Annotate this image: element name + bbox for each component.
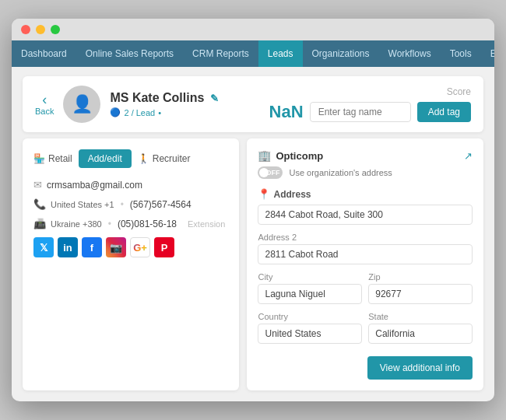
right-panel: 🏢 Opticomp ↗ OFF Use organization's addr… — [247, 138, 483, 390]
lead-name-text: MS Kate Collins — [110, 91, 204, 105]
state-select[interactable]: California — [368, 324, 473, 344]
social-icons-row: 𝕏 in f 📷 G+ P — [33, 237, 228, 257]
org-name-text: Opticomp — [276, 150, 323, 162]
org-header: 🏢 Opticomp ↗ — [258, 149, 473, 162]
minimize-dot[interactable] — [36, 25, 45, 34]
lead-info: MS Kate Collins ✎ 🔵 2 / Lead • — [110, 91, 269, 117]
org-name: 🏢 Opticomp — [258, 149, 323, 162]
phone-row: 📞 United States +1 • (567)567-4564 — [33, 198, 228, 210]
google-button[interactable]: G+ — [130, 237, 150, 257]
email-icon: ✉ — [33, 179, 42, 191]
linkedin-button[interactable]: in — [58, 237, 78, 257]
nav-workflows[interactable]: Workflows — [379, 40, 441, 67]
toggle-label: Use organization's address — [289, 168, 392, 177]
fax-icon: 📠 — [33, 218, 46, 229]
country-select[interactable]: United States — [258, 324, 362, 344]
nav-dashboard[interactable]: Dashboard — [12, 40, 76, 67]
phone-icon: 📞 — [33, 198, 46, 210]
back-label: Back — [35, 107, 54, 116]
address-input[interactable] — [258, 205, 473, 225]
nav-crm-reports[interactable]: CRM Reports — [183, 40, 258, 67]
org-icon: 🏢 — [258, 149, 271, 162]
city-input[interactable] — [258, 284, 362, 304]
fax-bullet: • — [108, 219, 111, 229]
maximize-dot[interactable] — [51, 25, 60, 34]
add-tag-button[interactable]: Add tag — [417, 102, 471, 122]
tag-input[interactable] — [310, 102, 411, 122]
nav-bar: Dashboard Online Sales Reports CRM Repor… — [12, 40, 494, 67]
state-label: State — [368, 312, 473, 321]
toggle-off-text: OFF — [265, 169, 279, 177]
recruiter-icon: 🚶 — [138, 153, 149, 164]
nav-leads[interactable]: Leads — [258, 40, 303, 67]
lead-name: MS Kate Collins ✎ — [110, 91, 269, 105]
extension-label: Extension — [188, 219, 225, 229]
twitter-button[interactable]: 𝕏 — [33, 237, 54, 257]
fax-number: (05)081-56-18 — [118, 219, 177, 229]
address-label: Address — [273, 189, 311, 200]
avatar: 👤 — [63, 86, 100, 123]
left-panel: 🏪 Retail Add/edit 🚶 Recruiter ✉ crmsamba… — [23, 138, 239, 390]
external-link-icon[interactable]: ↗ — [464, 150, 473, 162]
zip-input[interactable] — [368, 284, 473, 304]
retail-label: Retail — [48, 153, 72, 164]
score-row: NaN Add tag — [269, 102, 471, 122]
country-group: Country United States — [258, 312, 362, 344]
tab-retail[interactable]: 🏪 Retail — [33, 153, 72, 164]
email-row: ✉ crmsamba@gmail.com — [33, 179, 228, 191]
address2-input[interactable] — [258, 244, 473, 264]
fax-row: 📠 Ukraine +380 • (05)081-56-18 Extension — [33, 218, 228, 229]
facebook-button[interactable]: f — [82, 237, 102, 257]
fax-country: Ukraine +380 — [51, 219, 102, 229]
email-value: crmsamba@gmail.com — [47, 180, 142, 191]
state-group: State California — [368, 312, 473, 344]
score-section: Score NaN Add tag — [269, 86, 471, 122]
zip-group: Zip — [368, 272, 473, 304]
city-label: City — [258, 272, 362, 282]
phone-bullet: • — [121, 199, 124, 210]
retail-icon: 🏪 — [33, 153, 45, 164]
score-label: Score — [447, 86, 471, 97]
country-label: Country — [258, 312, 362, 321]
back-button[interactable]: ‹ Back — [35, 93, 54, 116]
country-select-wrap: United States — [258, 324, 362, 344]
close-dot[interactable] — [21, 25, 30, 34]
score-value: NaN — [269, 102, 304, 122]
recruiter-label: Recruiter — [153, 153, 191, 164]
phone-country: United States +1 — [51, 200, 114, 209]
edit-icon[interactable]: ✎ — [210, 93, 219, 104]
address-toggle[interactable]: OFF — [258, 166, 283, 179]
view-additional-info-button[interactable]: View additional info — [367, 356, 473, 380]
lead-dot: • — [158, 108, 161, 117]
lead-sub-text: 2 / Lead — [124, 108, 155, 117]
tab-recruiter[interactable]: 🚶 Recruiter — [138, 153, 191, 164]
nav-organizations[interactable]: Organizations — [303, 40, 379, 67]
pinterest-button[interactable]: P — [154, 237, 174, 257]
app-window: Dashboard Online Sales Reports CRM Repor… — [12, 19, 494, 401]
address2-group: Address 2 — [258, 233, 473, 264]
city-group: City — [258, 272, 362, 304]
add-edit-button[interactable]: Add/edit — [79, 149, 132, 168]
toggle-row: OFF Use organization's address — [258, 166, 473, 179]
nav-tools[interactable]: Tools — [441, 40, 481, 67]
lead-subtitle: 🔵 2 / Lead • — [110, 107, 269, 117]
lead-header-card: ‹ Back 👤 MS Kate Collins ✎ 🔵 2 / Lead • … — [23, 76, 483, 132]
instagram-button[interactable]: 📷 — [106, 237, 126, 257]
state-select-wrap: California — [368, 324, 473, 344]
main-content: 🏪 Retail Add/edit 🚶 Recruiter ✉ crmsamba… — [23, 138, 483, 390]
address2-label: Address 2 — [258, 233, 473, 242]
location-pin-icon: 📍 — [258, 188, 270, 200]
lead-status-icon: 🔵 — [110, 107, 121, 117]
title-bar — [12, 19, 494, 40]
address-field — [258, 205, 473, 225]
phone-number: (567)567-4564 — [130, 199, 192, 210]
view-btn-row: View additional info — [258, 352, 473, 380]
country-state-row: Country United States State California — [258, 312, 473, 352]
back-arrow-icon: ‹ — [42, 93, 47, 107]
nav-online-sales[interactable]: Online Sales Reports — [76, 40, 183, 67]
nav-email-sms[interactable]: Email & SMS Drip — [481, 40, 494, 67]
avatar-icon: 👤 — [72, 94, 93, 114]
panel-tabs: 🏪 Retail Add/edit 🚶 Recruiter — [33, 149, 228, 168]
zip-label: Zip — [368, 272, 473, 282]
city-zip-row: City Zip — [258, 272, 473, 312]
